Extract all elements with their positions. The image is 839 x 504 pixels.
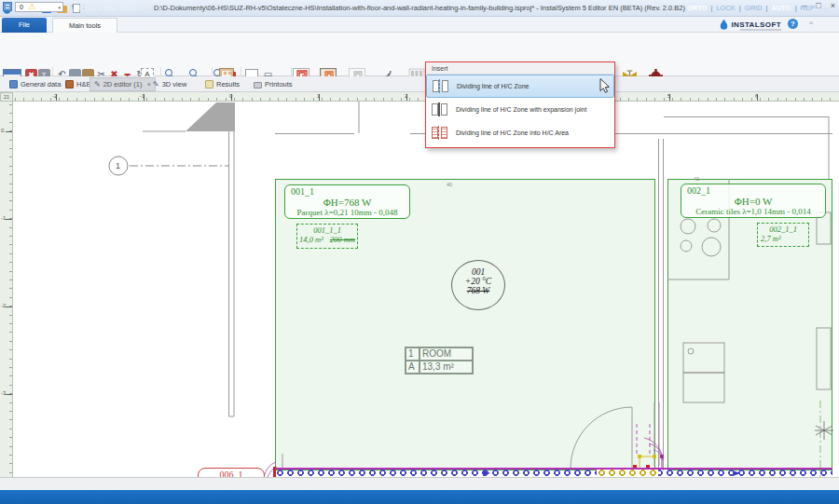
- zone-001-label[interactable]: 001_1 ΦH=768 W Parquet λ=0,21 10mm - 0,0…: [284, 184, 410, 219]
- printer-icon: [254, 82, 262, 89]
- insert-menu-header: Insert: [426, 62, 614, 75]
- storey-selector[interactable]: 0 ▾: [15, 2, 63, 12]
- general-data-icon: [9, 80, 18, 89]
- help-button[interactable]: ?: [788, 19, 798, 29]
- status-modes: ORTO | LOCK | GRID | AUTO | REP: [687, 4, 815, 12]
- room-table[interactable]: 1 ROOM A 13,3 m²: [405, 347, 474, 375]
- maximize-button[interactable]: □: [816, 1, 820, 10]
- ribbon: ✖ Σ ↻ Calculations ↶ ✂ ✖ ┳ ↻ ↷ ▭ ↕ ✎ ≡ A…: [0, 33, 839, 76]
- modes-dropdown-arrow[interactable]: ▾: [825, 5, 828, 11]
- cursor-coordinates: 3,892; 0,288; 30,019: [76, 4, 141, 12]
- dividing-line-zone-icon: [431, 80, 449, 92]
- tab-results[interactable]: Results: [201, 77, 243, 91]
- tab-2d-editor[interactable]: ✎ 2D editor (1) ×: [89, 77, 156, 91]
- dimension-label: 40: [694, 176, 699, 182]
- brand-name: INSTALSOFT: [731, 20, 781, 29]
- tab-general-data[interactable]: General data: [6, 77, 64, 91]
- 3d-view-pencil-icon: ✎: [153, 80, 159, 89]
- close-button[interactable]: ×: [831, 1, 835, 10]
- mode-separator: |: [739, 4, 741, 12]
- warning-icon[interactable]: ⚠: [28, 3, 35, 11]
- file-tab[interactable]: File: [2, 18, 47, 33]
- ribbon-tab-row: [0, 17, 839, 33]
- menu-item-dividing-line-expansion[interactable]: Dividing line of H/C Zone with expansion…: [426, 98, 614, 121]
- spacing-strikethrough: 200 mm: [330, 235, 355, 244]
- brand-tagline: [740, 29, 781, 31]
- stamp-power-strikethrough: 768 W: [452, 286, 504, 295]
- status-bar: [0, 490, 839, 504]
- tab-3d-view[interactable]: ✎ 3D view: [149, 77, 190, 91]
- mode-separator: |: [766, 4, 768, 12]
- mode-rep[interactable]: REP: [801, 4, 815, 12]
- zone-001-area-label[interactable]: 001_1_1 14,0 m² 200 mm: [296, 224, 358, 249]
- mode-grid[interactable]: GRID: [745, 4, 763, 12]
- hne-building-icon: [65, 80, 74, 89]
- insert-menu: Insert Dividing line of H/C Zone Dividin…: [425, 61, 615, 148]
- room-stamp-001[interactable]: 001 +20 °C 768 W: [451, 260, 505, 310]
- menu-item-dividing-line[interactable]: Dividing line of H/C Zone: [426, 75, 614, 98]
- tab-main-tools[interactable]: Main tools: [52, 18, 117, 33]
- 2d-editor-pencil-icon: ✎: [94, 80, 101, 89]
- mode-lock[interactable]: LOCK: [716, 4, 735, 12]
- layer-strip: [0, 477, 839, 490]
- instalsoft-brand: INSTALSOFT: [720, 19, 781, 30]
- zone-002-area-label[interactable]: 002_1_1 2,7 m²: [757, 223, 809, 247]
- mode-auto[interactable]: AUTO: [772, 4, 791, 12]
- mode-separator: |: [795, 4, 797, 12]
- mode-orto[interactable]: ORTO: [687, 4, 708, 12]
- drawing-canvas[interactable]: 21 -2 -1 0 1 2 3 4 5 6 0 -1 -2 -3: [0, 92, 839, 477]
- plan-linework: [0, 92, 839, 477]
- zone-002-label[interactable]: 002_1 ΦH=0 W Ceramic tiles λ=1,0 14mm - …: [681, 184, 826, 218]
- axis-bubble-label: 1: [116, 161, 120, 170]
- menu-item-dividing-line-area[interactable]: Dividing line of H/C Zone into H/C Area: [426, 121, 614, 144]
- collapse-ribbon-button[interactable]: ^: [809, 20, 813, 28]
- storey-dropdown-arrow[interactable]: ▾: [58, 3, 61, 12]
- mouse-cursor: [599, 78, 610, 93]
- dividing-line-expansion-icon: [430, 103, 448, 116]
- brand-droplet-icon: [720, 19, 728, 30]
- storey-icon: [3, 2, 12, 11]
- mode-separator: |: [710, 4, 712, 12]
- dimension-label: 40: [447, 182, 452, 187]
- dividing-line-area-icon: [430, 127, 448, 139]
- results-icon: [205, 80, 213, 89]
- tab-printouts[interactable]: Printouts: [250, 77, 296, 91]
